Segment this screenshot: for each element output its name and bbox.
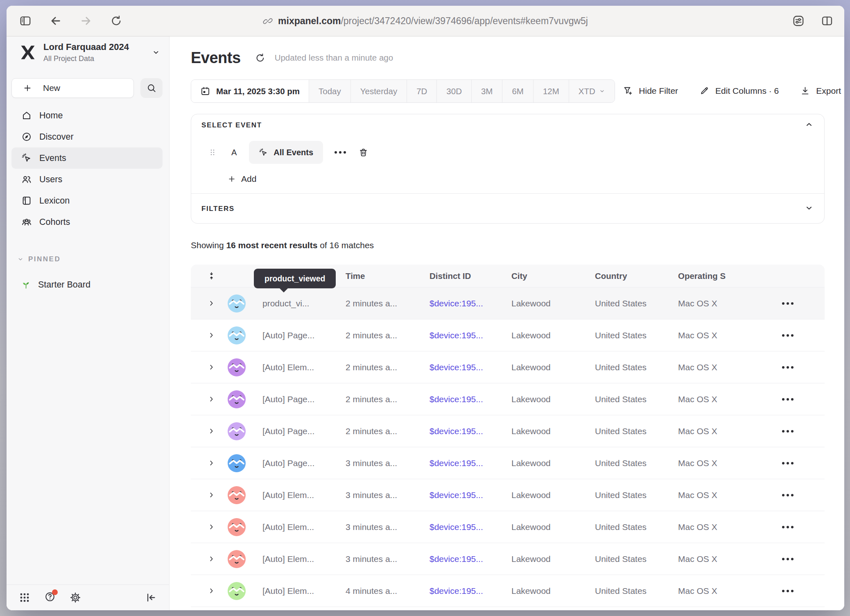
- date-picker-button[interactable]: Mar 11, 2025 3:30 pm: [191, 80, 309, 102]
- date-preset-6m[interactable]: 6M: [502, 80, 533, 102]
- new-button[interactable]: New: [11, 78, 134, 98]
- row-menu-button[interactable]: [782, 558, 793, 560]
- split-view-icon[interactable]: [821, 14, 834, 27]
- collapse-section-icon[interactable]: [805, 120, 814, 129]
- collapse-sidebar-icon[interactable]: [145, 592, 157, 603]
- chevron-down-icon: [152, 48, 160, 57]
- event-clause-row: A All Events: [208, 140, 368, 164]
- expand-filters-icon[interactable]: [805, 204, 814, 213]
- row-expand-button[interactable]: [208, 395, 215, 403]
- date-preset-12m[interactable]: 12M: [533, 80, 569, 102]
- cell-distinct-id[interactable]: $device:195...: [423, 299, 505, 308]
- column-os[interactable]: Operating S: [671, 271, 770, 281]
- table-row[interactable]: [Auto] Elem...3 minutes a...$device:195.…: [191, 479, 825, 511]
- edit-columns-6-button[interactable]: Edit Columns · 6: [699, 86, 779, 96]
- forward-icon[interactable]: [79, 14, 93, 27]
- calendar-icon: [200, 86, 210, 96]
- customize-icon[interactable]: [792, 14, 805, 27]
- sidebar-item-lexicon[interactable]: Lexicon: [11, 190, 163, 211]
- row-menu-button[interactable]: [782, 526, 793, 528]
- row-menu-button[interactable]: [782, 398, 793, 401]
- sidebar-item-users[interactable]: Users: [11, 169, 163, 190]
- row-menu-button[interactable]: [782, 366, 793, 369]
- row-expand-button[interactable]: [208, 523, 215, 531]
- table-row[interactable]: [Auto] Elem...2 minutes a...$device:195.…: [191, 351, 825, 383]
- cell-event-name: [Auto] Page...: [250, 426, 339, 436]
- discover-icon: [21, 131, 32, 142]
- row-expand-button[interactable]: [208, 491, 215, 499]
- refresh-icon[interactable]: [255, 52, 266, 63]
- event-options-button[interactable]: [335, 151, 346, 154]
- row-menu-button[interactable]: [782, 334, 793, 337]
- collapse-all-icon[interactable]: [207, 271, 216, 281]
- row-expand-button[interactable]: [208, 459, 215, 467]
- cell-time: 2 minutes a...: [339, 331, 423, 340]
- column-time[interactable]: Time: [339, 271, 423, 281]
- drag-handle-icon[interactable]: [208, 147, 217, 157]
- pinned-section-header[interactable]: PINNED: [17, 254, 61, 265]
- cell-distinct-id[interactable]: $device:195...: [423, 522, 505, 532]
- results-summary: Showing 16 most recent results of 16 mat…: [191, 240, 374, 251]
- row-menu-button[interactable]: [782, 302, 793, 305]
- row-menu-button[interactable]: [782, 430, 793, 433]
- table-row[interactable]: [Auto] Page...2 minutes a...$device:195.…: [191, 319, 825, 351]
- row-menu-button[interactable]: [782, 590, 793, 592]
- row-menu-button[interactable]: [782, 494, 793, 496]
- sidebar-item-events[interactable]: Events: [11, 147, 163, 169]
- date-preset-xtd[interactable]: XTD: [569, 80, 615, 102]
- event-selector[interactable]: All Events: [249, 141, 323, 164]
- export-button[interactable]: Export: [800, 86, 841, 96]
- cell-distinct-id[interactable]: $device:195...: [423, 426, 505, 436]
- date-preset-today[interactable]: Today: [309, 80, 350, 102]
- url-path: /project/3472420/view/3974696/app/events…: [341, 16, 588, 26]
- table-row[interactable]: [Auto] Elem...3 minutes a...$device:195.…: [191, 511, 825, 543]
- trash-icon[interactable]: [358, 147, 368, 158]
- date-range-bar: Mar 11, 2025 3:30 pm TodayYesterday7D30D…: [191, 79, 615, 103]
- date-preset-30d[interactable]: 30D: [436, 80, 471, 102]
- project-switcher[interactable]: Lord Farquaad 2024 All Project Data: [19, 41, 160, 63]
- pinned-item-starter-board[interactable]: Starter Board: [11, 274, 163, 295]
- date-preset-3m[interactable]: 3M: [471, 80, 502, 102]
- reload-icon[interactable]: [110, 14, 123, 27]
- column-city[interactable]: City: [505, 271, 588, 281]
- row-expand-button[interactable]: [208, 363, 215, 371]
- table-row[interactable]: [191, 607, 825, 610]
- cell-distinct-id[interactable]: $device:195...: [423, 554, 505, 564]
- sidebar-footer: [7, 584, 169, 610]
- date-preset-7d[interactable]: 7D: [407, 80, 436, 102]
- cell-distinct-id[interactable]: $device:195...: [423, 331, 505, 340]
- date-preset-yesterday[interactable]: Yesterday: [350, 80, 407, 102]
- table-row[interactable]: [Auto] Page...2 minutes a...$device:195.…: [191, 415, 825, 447]
- cell-os: Mac OS X: [671, 299, 770, 308]
- table-row[interactable]: [Auto] Page...2 minutes a...$device:195.…: [191, 383, 825, 415]
- sidebar-item-home[interactable]: Home: [11, 105, 163, 126]
- row-expand-button[interactable]: [208, 299, 215, 307]
- sidebar-item-discover[interactable]: Discover: [11, 126, 163, 147]
- help-button[interactable]: [44, 591, 56, 604]
- action-label: Export: [816, 86, 841, 96]
- column-country[interactable]: Country: [588, 271, 671, 281]
- cell-distinct-id[interactable]: $device:195...: [423, 362, 505, 372]
- row-expand-button[interactable]: [208, 427, 215, 435]
- search-button[interactable]: [140, 78, 163, 98]
- sidebar-toggle-icon[interactable]: [19, 14, 32, 27]
- row-expand-button[interactable]: [208, 331, 215, 339]
- column-distinct-id[interactable]: Distinct ID: [423, 271, 505, 281]
- url-bar[interactable]: mixpanel.com/project/3472420/view/397469…: [263, 16, 588, 27]
- cell-distinct-id[interactable]: $device:195...: [423, 586, 505, 596]
- sidebar-item-cohorts[interactable]: Cohorts: [11, 211, 163, 233]
- table-row[interactable]: [Auto] Elem...4 minutes a...$device:195.…: [191, 575, 825, 607]
- cell-distinct-id[interactable]: $device:195...: [423, 490, 505, 500]
- apps-grid-icon[interactable]: [19, 592, 30, 603]
- cell-distinct-id[interactable]: $device:195...: [423, 394, 505, 404]
- row-expand-button[interactable]: [208, 587, 215, 595]
- hide-filter-button[interactable]: Hide Filter: [623, 86, 678, 96]
- add-event-button[interactable]: Add: [227, 170, 256, 188]
- row-expand-button[interactable]: [208, 555, 215, 563]
- table-row[interactable]: [Auto] Page...3 minutes a...$device:195.…: [191, 447, 825, 479]
- table-row[interactable]: [Auto] Elem...3 minutes a...$device:195.…: [191, 543, 825, 575]
- back-icon[interactable]: [49, 14, 62, 27]
- settings-gear-icon[interactable]: [70, 592, 81, 603]
- cell-distinct-id[interactable]: $device:195...: [423, 458, 505, 468]
- row-menu-button[interactable]: [782, 462, 793, 464]
